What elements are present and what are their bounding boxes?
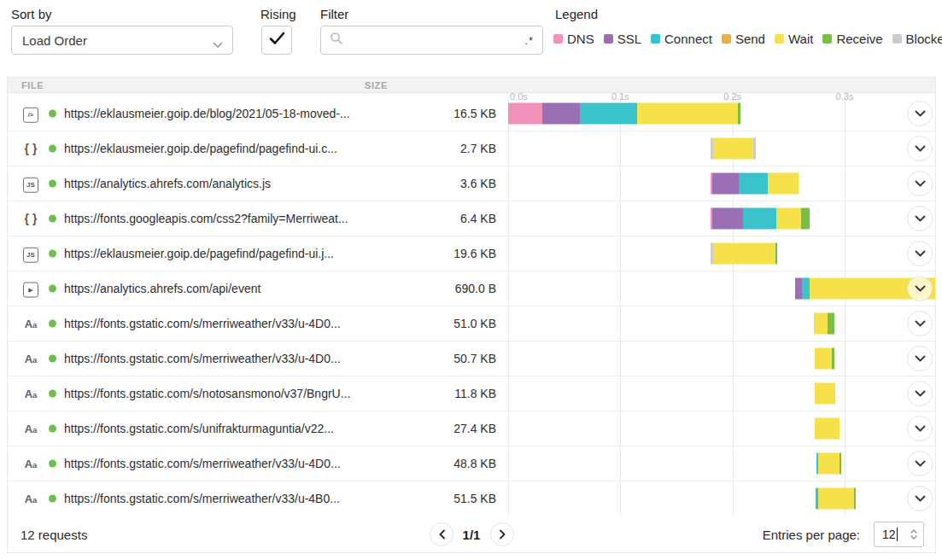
regex-toggle[interactable]: .* <box>524 34 534 47</box>
number-spinner[interactable] <box>907 525 921 544</box>
request-size: 690.0 B <box>455 282 496 295</box>
request-row[interactable]: { }https://eklausmeier.goip.de/pagefind/… <box>8 131 935 166</box>
request-url: https://fonts.gstatic.com/s/merriweather… <box>64 457 341 470</box>
expand-row-button[interactable] <box>907 241 933 266</box>
previous-page-button[interactable] <box>430 522 453 546</box>
segment-wait <box>776 208 801 230</box>
expand-row-button[interactable] <box>907 486 933 511</box>
legend-label: Legend <box>555 7 598 21</box>
rising-label: Rising <box>260 7 296 21</box>
entries-per-page-input[interactable]: 12 <box>874 522 924 547</box>
segment-receive <box>828 313 834 335</box>
request-row[interactable]: Aahttps://fonts.gstatic.com/s/merriweath… <box>8 481 935 516</box>
status-ok-dot <box>49 460 56 468</box>
expand-row-button[interactable] <box>907 136 933 161</box>
legend-item-dns: DNS <box>553 32 594 46</box>
request-url: https://analytics.ahrefs.com/analytics.j… <box>64 177 271 190</box>
segment-wait <box>713 243 775 265</box>
waterfall-bar <box>508 103 740 125</box>
request-row[interactable]: JShttps://analytics.ahrefs.com/analytics… <box>8 166 935 201</box>
request-url: https://fonts.googleapis.com/css2?family… <box>64 212 348 225</box>
legend-item-send: Send <box>722 32 765 46</box>
status-ok-dot <box>49 425 56 433</box>
chevron-down-icon <box>213 37 223 51</box>
segment-connect <box>580 103 637 125</box>
javascript-icon: JS <box>20 175 42 193</box>
filter-search-box[interactable]: .* <box>320 26 543 55</box>
font-icon: Aa <box>20 351 42 366</box>
javascript-icon: JS <box>20 245 42 263</box>
checkmark-icon <box>269 32 285 49</box>
font-icon: Aa <box>20 456 42 471</box>
expand-row-button[interactable] <box>907 206 933 231</box>
filter-input[interactable] <box>350 33 524 47</box>
request-row[interactable]: Aahttps://fonts.gstatic.com/s/merriweath… <box>8 446 935 481</box>
segment-ssl <box>712 173 739 195</box>
expand-row-button[interactable] <box>907 276 933 301</box>
status-ok-dot <box>49 355 56 363</box>
sort-by-select[interactable]: Load Order <box>11 26 233 55</box>
status-ok-dot <box>49 180 56 188</box>
search-icon <box>330 32 343 49</box>
legend-item-label: Wait <box>788 32 813 46</box>
legend-swatch-send <box>722 34 731 44</box>
request-row[interactable]: { }https://fonts.googleapis.com/css2?fam… <box>8 201 935 236</box>
request-size: 27.4 KB <box>453 422 496 435</box>
expand-row-button[interactable] <box>907 451 933 476</box>
request-rows: />https://eklausmeier.goip.de/blog/2021/… <box>8 96 935 516</box>
request-url: https://fonts.gstatic.com/s/merriweather… <box>64 317 341 330</box>
html-document-icon: /> <box>20 105 42 123</box>
waterfall-bar <box>711 173 799 195</box>
request-row[interactable]: Aahttps://fonts.gstatic.com/s/notosansmo… <box>8 376 935 411</box>
expand-row-button[interactable] <box>907 171 933 196</box>
waterfall-bar <box>816 453 841 475</box>
spinner-down-icon <box>910 535 917 540</box>
segment-wait <box>818 488 854 510</box>
request-row[interactable]: JShttps://eklausmeier.goip.de/pagefind/p… <box>8 236 935 271</box>
request-row[interactable]: Aahttps://fonts.gstatic.com/s/merriweath… <box>8 306 935 341</box>
request-row[interactable]: ▶https://analytics.ahrefs.com/api/event6… <box>8 271 935 306</box>
font-icon: Aa <box>20 386 42 401</box>
segment-blocked <box>753 138 756 160</box>
request-row[interactable]: />https://eklausmeier.goip.de/blog/2021/… <box>8 96 935 131</box>
status-ok-dot <box>49 145 56 153</box>
expand-row-button[interactable] <box>907 311 933 336</box>
request-url: https://analytics.ahrefs.com/api/event <box>64 282 260 295</box>
status-ok-dot <box>49 110 56 118</box>
requests-table: FILE SIZE 0.0s0.1s0.2s0.3s />https://ekl… <box>7 77 936 553</box>
request-size: 48.8 KB <box>453 457 496 470</box>
stylesheet-icon: { } <box>20 211 42 226</box>
expand-row-button[interactable] <box>907 381 933 406</box>
request-url: https://fonts.gstatic.com/s/merriweather… <box>64 492 340 505</box>
legend-item-receive: Receive <box>822 32 882 46</box>
next-page-button[interactable] <box>490 522 514 546</box>
waterfall-app: Sort by Load Order Rising Filter .* Lege… <box>0 0 942 560</box>
request-url: https://fonts.gstatic.com/s/merriweather… <box>64 352 341 365</box>
request-url: https://eklausmeier.goip.de/blog/2021/05… <box>64 107 350 120</box>
waterfall-bar <box>815 418 840 440</box>
status-ok-dot <box>49 495 56 503</box>
expand-row-button[interactable] <box>907 101 933 126</box>
request-url: https://eklausmeier.goip.de/pagefind/pag… <box>64 142 337 155</box>
legend-item-label: Send <box>735 32 765 46</box>
request-size: 19.6 KB <box>453 247 496 260</box>
segment-receive <box>801 208 810 230</box>
expand-row-button[interactable] <box>907 416 933 441</box>
page-indicator: 1/1 <box>463 527 481 541</box>
request-row[interactable]: Aahttps://fonts.gstatic.com/s/merriweath… <box>8 341 935 376</box>
status-ok-dot <box>49 390 56 398</box>
request-size: 11.8 KB <box>454 387 496 400</box>
request-size: 6.4 KB <box>460 212 496 225</box>
request-size: 3.6 KB <box>460 177 496 190</box>
segment-receive <box>840 453 841 475</box>
segment-connect <box>743 208 776 230</box>
request-row[interactable]: Aahttps://fonts.gstatic.com/s/unifraktur… <box>8 411 935 446</box>
column-header-file: FILE <box>21 80 44 90</box>
legend-swatch-dns <box>553 34 563 44</box>
segment-wait <box>637 103 738 125</box>
rising-checkbox[interactable] <box>261 26 292 55</box>
request-size: 50.7 KB <box>453 352 496 365</box>
request-size: 51.0 KB <box>453 317 496 330</box>
legend-item-wait: Wait <box>775 32 813 46</box>
expand-row-button[interactable] <box>907 346 933 371</box>
